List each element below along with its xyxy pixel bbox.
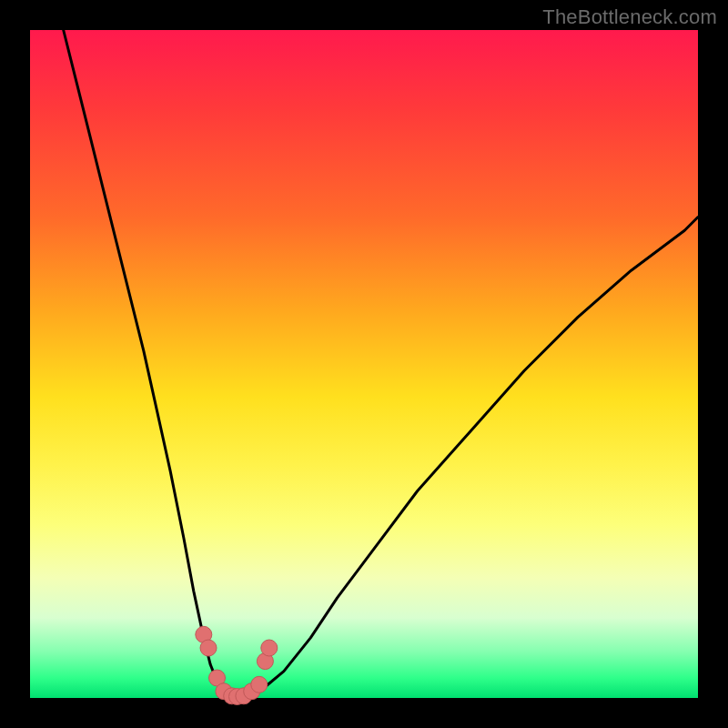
- watermark-text: TheBottleneck.com: [542, 5, 717, 29]
- plot-gradient-area: [30, 30, 698, 698]
- chart-frame: TheBottleneck.com: [0, 0, 728, 728]
